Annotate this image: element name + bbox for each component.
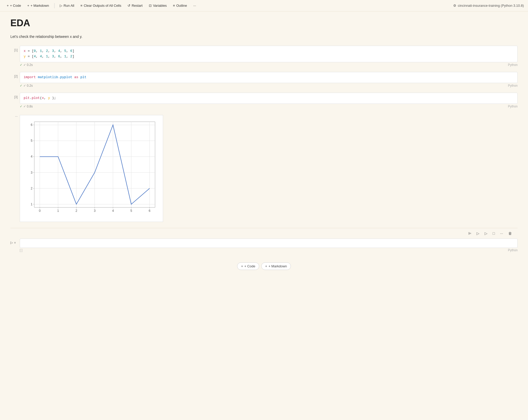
- notebook: EDA Let's check the relationship between…: [0, 11, 528, 279]
- cell-3-output-wrapper: ···: [10, 113, 518, 223]
- chart-output: 1 2 3 4 5 6: [20, 114, 163, 223]
- kernel-info: ⚙ cincinnati-insurance-training (Python …: [453, 4, 524, 8]
- chevron-icon: ∨: [14, 241, 16, 244]
- clear-outputs-button[interactable]: ≡ Clear Outputs of All Cells: [78, 2, 124, 9]
- cell-2-code[interactable]: import matplotlib.pyplot as plt: [20, 72, 518, 83]
- bottom-toolbar: ⊫ ▷ ▷ □ ··· 🗑: [10, 228, 518, 239]
- plus-md-icon: +: [265, 264, 267, 268]
- variables-icon: ⊡: [149, 4, 152, 8]
- cell-2-number: [2]: [10, 72, 20, 78]
- more-options-btn[interactable]: ···: [498, 230, 505, 236]
- notebook-title: EDA: [10, 18, 518, 29]
- cell-3-lang: Python: [508, 105, 518, 108]
- cell-3-line-1: plt.plot(x, y );: [24, 96, 514, 101]
- empty-cell-box[interactable]: [20, 239, 518, 248]
- cell-1-number: [1]: [10, 46, 20, 52]
- check-icon-3: ✓: [20, 105, 22, 108]
- notebook-intro: Let's check the relationship between x a…: [10, 34, 518, 39]
- cell-3-status: ✓ ✓ 0.8s Python: [20, 104, 518, 108]
- run-all-button[interactable]: ▷ Run All: [57, 2, 77, 9]
- execute-all-btn[interactable]: ⊫: [467, 230, 473, 236]
- variables-label: Variables: [153, 4, 167, 8]
- cell-1: [1] x = [0, 1, 2, 3, 4, 5, 6] y = [4, 4,…: [10, 46, 518, 67]
- add-cell-above-btn[interactable]: □: [491, 230, 496, 236]
- empty-cell-bracket: [ ]: [20, 248, 22, 252]
- delete-cell-btn[interactable]: 🗑: [507, 230, 513, 236]
- cell-2-lang: Python: [508, 84, 518, 87]
- restart-button[interactable]: ↺ Restart: [125, 2, 145, 9]
- cell-1-status: ✓ ✓ 0.2s Python: [20, 62, 518, 67]
- run-below-btn[interactable]: ▷: [483, 230, 489, 236]
- check-icon-2: ✓: [20, 84, 22, 87]
- cell-1-line-1: x = [0, 1, 2, 3, 4, 5, 6]: [24, 49, 514, 54]
- run-all-icon: ▷: [60, 4, 62, 8]
- more-button[interactable]: ···: [191, 2, 199, 9]
- svg-text:1: 1: [31, 202, 32, 206]
- more-label: ···: [193, 4, 196, 8]
- clear-icon: ≡: [81, 4, 83, 8]
- toolbar: + + Code + + Markdown ▷ Run All ≡ Clear …: [0, 0, 528, 11]
- run-icon: ▷: [10, 241, 13, 245]
- svg-text:2: 2: [31, 186, 32, 190]
- add-markdown-bottom-btn[interactable]: + + Markdown: [261, 262, 291, 270]
- cell-3-code[interactable]: plt.plot(x, y );: [20, 93, 518, 104]
- cell-3-number: [3]: [10, 93, 20, 99]
- add-markdown-bottom-label: + Markdown: [269, 264, 287, 268]
- add-code-bottom-btn[interactable]: + + Code: [237, 262, 259, 270]
- check-icon-1: ✓: [20, 63, 22, 67]
- svg-text:6: 6: [31, 123, 32, 127]
- svg-text:2: 2: [76, 209, 77, 213]
- var-y: y: [24, 55, 26, 58]
- cell-3-time: ✓ 0.8s: [23, 105, 33, 108]
- svg-text:3: 3: [31, 171, 32, 174]
- cell-1-time: ✓ 0.2s: [23, 63, 33, 67]
- outline-icon: ≡: [173, 4, 175, 8]
- svg-text:4: 4: [31, 155, 32, 158]
- chart-container: 1 2 3 4 5 6: [20, 115, 163, 222]
- variables-button[interactable]: ⊡ Variables: [146, 2, 169, 9]
- line-chart: 1 2 3 4 5 6: [23, 118, 160, 219]
- cell-2-line-1: import matplotlib.pyplot as plt: [24, 75, 514, 80]
- empty-cell-area: [ ] Python: [20, 239, 518, 252]
- plus-code-icon: +: [241, 264, 243, 268]
- empty-cell-wrapper: ▷ ∨ [ ] Python: [10, 239, 518, 252]
- cell-1-content: x = [0, 1, 2, 3, 4, 5, 6] y = [4, 4, 1, …: [20, 46, 518, 67]
- plus-icon: +: [7, 4, 9, 8]
- add-code-button[interactable]: + + Code: [4, 2, 24, 9]
- add-markdown-button[interactable]: + + Markdown: [25, 2, 52, 9]
- add-markdown-label: + Markdown: [30, 4, 49, 8]
- empty-cell-run-btn[interactable]: ▷ ∨: [10, 239, 16, 247]
- run-all-label: Run All: [64, 4, 74, 8]
- cell-1-code[interactable]: x = [0, 1, 2, 3, 4, 5, 6] y = [4, 4, 1, …: [20, 46, 518, 62]
- cell-2-status: ✓ ✓ 0.2s Python: [20, 83, 518, 87]
- output-dots: ···: [10, 113, 20, 118]
- add-code-label: + Code: [10, 4, 21, 8]
- restart-icon: ↺: [128, 4, 130, 8]
- cell-3-content: plt.plot(x, y ); ✓ ✓ 0.8s Python: [20, 93, 518, 108]
- restart-label: Restart: [132, 4, 143, 8]
- add-cell-bar: + + Code + + Markdown: [10, 257, 518, 273]
- run-above-btn[interactable]: ▷: [475, 230, 481, 236]
- cell-2-time: ✓ 0.2s: [23, 84, 33, 87]
- empty-cell-lang: Python: [508, 248, 518, 252]
- empty-cell-status: [ ] Python: [20, 248, 518, 252]
- outline-label: Outline: [176, 4, 187, 8]
- add-code-bottom-label: + Code: [244, 264, 255, 268]
- kernel-label: cincinnati-insurance-training (Python 3.…: [458, 4, 524, 8]
- cell-2: [2] import matplotlib.pyplot as plt ✓ ✓ …: [10, 72, 518, 87]
- svg-text:1: 1: [57, 209, 59, 213]
- cell-1-lang: Python: [508, 63, 518, 67]
- cell-3: [3] plt.plot(x, y ); ✓ ✓ 0.8s Python: [10, 93, 518, 108]
- outline-button[interactable]: ≡ Outline: [170, 2, 190, 9]
- cell-1-line-2: y = [4, 4, 1, 3, 6, 1, 2]: [24, 54, 514, 59]
- var-x: x: [24, 49, 26, 53]
- svg-text:6: 6: [149, 209, 151, 213]
- cell-2-content: import matplotlib.pyplot as plt ✓ ✓ 0.2s…: [20, 72, 518, 87]
- separator-1: [54, 3, 55, 8]
- svg-text:4: 4: [112, 209, 114, 213]
- svg-text:5: 5: [130, 209, 132, 213]
- svg-text:0: 0: [39, 209, 41, 213]
- clear-outputs-label: Clear Outputs of All Cells: [84, 4, 121, 8]
- plus-icon-md: +: [27, 4, 29, 8]
- svg-text:5: 5: [31, 139, 32, 143]
